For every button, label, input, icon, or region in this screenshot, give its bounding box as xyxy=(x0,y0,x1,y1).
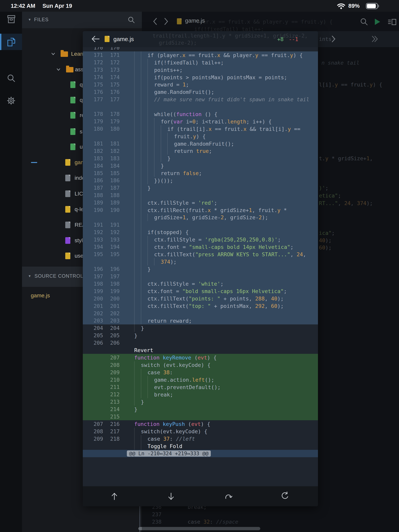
file-icon xyxy=(70,97,75,103)
status-bar: 12:42 AM Sun Apr 19 89% xyxy=(0,0,399,12)
diff-rows: 170170171171if (player.x == fruit.x && p… xyxy=(83,44,318,457)
new-line-number: 186 xyxy=(103,177,120,184)
diff-code-row: 181181game.RandomFruit(); xyxy=(83,140,318,147)
new-line-number: 196 xyxy=(103,266,120,272)
diff-code-row: 182182return true; xyxy=(83,147,318,155)
old-line-number: 173 xyxy=(83,67,103,73)
diff-code-row: 183183} xyxy=(83,155,318,162)
file-icon xyxy=(70,144,75,150)
source-control-title: SOURCE CONTROL xyxy=(34,273,83,279)
diff-code-row: 202202 xyxy=(83,310,318,317)
active-rail-indicator xyxy=(0,34,1,50)
diff-code-row: 215 xyxy=(83,413,318,420)
diff-code-row: 189189ctx.fillStyle = 'red'; xyxy=(83,199,318,206)
diff-file-title: game.js xyxy=(113,36,134,43)
diff-hunk-row[interactable]: @@ Ln -210↔324 +219↔333 @@ xyxy=(83,450,318,457)
new-line-number: 202 xyxy=(103,310,120,317)
source-control-item-game-js[interactable]: game.js xyxy=(31,292,50,299)
diff-code-row: gridSize+1, gridSize-2, gridSize-2); xyxy=(83,214,318,221)
diff-action-row[interactable]: Revert xyxy=(83,347,318,354)
file-icon xyxy=(65,253,70,259)
diff-code-row: 171171if (player.x == fruit.x && player.… xyxy=(83,51,318,59)
old-line-number: 202 xyxy=(83,310,103,317)
arrow-left-icon[interactable] xyxy=(91,35,100,43)
old-line-number: 200 xyxy=(83,296,103,302)
diff-code-row: 173173points++; xyxy=(83,66,318,74)
new-line-number: 193 xyxy=(103,237,120,243)
collapse-caret-icon[interactable]: ▾ xyxy=(29,274,31,278)
diff-code-row: 211evt.preventDefault(); xyxy=(83,383,318,391)
old-line-number: 204 xyxy=(83,325,103,331)
new-line-number: 195 xyxy=(103,251,120,257)
new-line-number: 207 xyxy=(103,355,120,361)
diff-action-row[interactable]: Toggle Fold xyxy=(83,443,318,450)
new-line-number: 216 xyxy=(103,421,120,427)
chevron-down-icon[interactable] xyxy=(51,52,56,56)
hunk-range-pill[interactable]: @@ Ln -210↔324 +219↔333 @@ xyxy=(127,450,211,457)
collapse-caret-icon[interactable]: ▾ xyxy=(29,17,31,22)
archive-icon[interactable] xyxy=(6,14,16,24)
undo-icon[interactable] xyxy=(224,492,233,501)
files-icon[interactable] xyxy=(6,37,17,48)
new-line-number: 217 xyxy=(103,428,120,434)
old-line-number: 176 xyxy=(83,89,103,95)
diff-code-row: 196196} xyxy=(83,266,318,273)
new-line-number: 182 xyxy=(103,148,120,154)
diff-code-row: 374); xyxy=(83,258,318,266)
battery-icon xyxy=(366,3,380,9)
old-line-number: 188 xyxy=(83,192,103,198)
arrow-down-icon[interactable] xyxy=(167,492,175,501)
old-line-number: 178 xyxy=(83,111,103,117)
new-line-number: 210 xyxy=(103,377,120,383)
old-line-number: 199 xyxy=(83,288,103,294)
old-line-number: 180 xyxy=(83,126,103,132)
old-line-number: 208 xyxy=(83,428,103,434)
file-icon xyxy=(70,112,75,119)
diff-removed-count: --1 xyxy=(289,36,298,42)
file-icon xyxy=(65,175,70,181)
diff-code-row: 186186})()); xyxy=(83,177,318,184)
files-panel-header[interactable]: ▾ FILES xyxy=(22,12,142,28)
diff-code-row: 198198ctx.fillStyle = 'white'; xyxy=(83,280,318,288)
old-line-number: 174 xyxy=(83,74,103,80)
diff-code-row: 193193ctx.fillStyle = 'rgba(250,250,250,… xyxy=(83,236,318,243)
diff-code-row: 212break; xyxy=(83,391,318,398)
old-line-number: 205 xyxy=(83,332,103,338)
redo-icon[interactable] xyxy=(280,492,290,501)
new-line-number: 197 xyxy=(103,273,120,279)
activity-rail xyxy=(0,12,22,532)
diff-code-row: 199199ctx.font = "bold small-caps 16px H… xyxy=(83,287,318,295)
diff-code-row: 191191 xyxy=(83,221,318,228)
status-time: 12:42 AM xyxy=(11,3,35,9)
old-line-number: 171 xyxy=(83,52,103,58)
old-line-number: 197 xyxy=(83,273,103,279)
old-line-number: 172 xyxy=(83,59,103,65)
new-line-number: 177 xyxy=(103,96,120,102)
diff-code-row: 203203return reward; xyxy=(83,317,318,324)
old-line-number: 196 xyxy=(83,266,103,272)
settings-gear-icon[interactable] xyxy=(6,95,16,106)
search-icon[interactable] xyxy=(6,74,16,84)
search-icon[interactable] xyxy=(127,16,136,25)
new-line-number: 200 xyxy=(103,296,120,302)
diff-code-row: 204204} xyxy=(83,324,318,332)
new-line-number: 218 xyxy=(103,436,120,442)
arrow-up-icon[interactable] xyxy=(110,492,119,501)
new-line-number: 184 xyxy=(103,163,120,169)
old-line-number: 186 xyxy=(83,177,103,184)
old-line-number: 183 xyxy=(83,155,103,161)
new-line-number: 205 xyxy=(103,332,120,338)
diff-code-row: 176176game.RandomFruit(); xyxy=(83,88,318,96)
diff-code-row: 174174if(points > pointsMax) pointsMax =… xyxy=(83,74,318,81)
chevron-down-icon[interactable] xyxy=(56,67,61,72)
new-line-number: 192 xyxy=(103,229,120,235)
diff-added-count: +8 xyxy=(277,36,284,42)
diff-code-row: 209case 38: xyxy=(83,369,318,376)
new-line-number: 190 xyxy=(103,207,120,213)
new-line-number: 215 xyxy=(103,414,120,420)
diff-code-row: 185185return false; xyxy=(83,169,318,177)
new-line-number: 178 xyxy=(103,111,120,117)
app-root: 12:42 AM Sun Apr 19 89% xyxy=(0,0,399,532)
old-line-number: 198 xyxy=(83,281,103,287)
old-line-number: 184 xyxy=(83,163,103,169)
